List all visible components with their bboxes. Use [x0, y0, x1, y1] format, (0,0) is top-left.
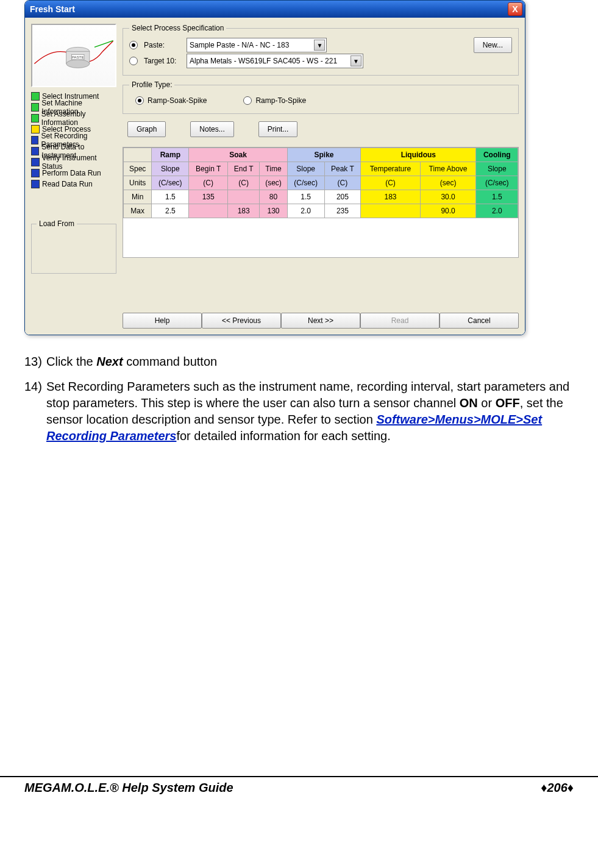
spec-table-container: Ramp Soak Spike Liquidous Cooling Spec S… — [123, 147, 519, 258]
target-radio[interactable] — [129, 57, 138, 65]
target-dropdown-value: Alpha Metals - WS619LF SAC405 - WS - 221 — [190, 57, 337, 65]
step-status-icon — [31, 125, 40, 133]
step-label: Read Data Run — [42, 180, 93, 188]
item-number: 13) — [24, 354, 46, 370]
step-status-icon — [31, 103, 39, 112]
notes-button[interactable]: Notes... — [190, 121, 233, 137]
step-status-icon — [31, 169, 40, 177]
next-button[interactable]: Next >> — [281, 313, 360, 329]
list-item: 14) Set Recording Parameters such as the… — [24, 379, 574, 444]
new-button[interactable]: New... — [474, 37, 512, 53]
wizard-steps-list: Select InstrumentSet Machine Information… — [31, 91, 116, 190]
process-spec-group: Select Process Specification Paste: Samp… — [123, 24, 519, 76]
paste-dropdown[interactable]: Sample Paste - N/A - NC - 183 ▼ — [187, 38, 327, 52]
ramp-to-spike-radio[interactable] — [243, 96, 252, 105]
help-button[interactable]: Help — [123, 313, 202, 329]
list-item: 13) Click the Next command button — [24, 354, 574, 370]
page-number: ♦206♦ — [541, 781, 574, 795]
spec-table: Ramp Soak Spike Liquidous Cooling Spec S… — [123, 148, 518, 218]
paste-radio[interactable] — [129, 41, 138, 49]
step-status-icon — [31, 136, 38, 144]
ramp-soak-spike-label: Ramp-Soak-Spike — [148, 96, 207, 105]
svg-text:PASTE: PASTE — [72, 55, 84, 59]
step-status-icon — [31, 147, 39, 155]
print-button[interactable]: Print... — [258, 121, 298, 137]
step-status-icon — [31, 180, 40, 188]
target-dropdown[interactable]: Alpha Metals - WS619LF SAC405 - WS - 221… — [187, 54, 363, 68]
item-number: 14) — [24, 379, 46, 444]
chevron-down-icon: ▼ — [314, 40, 325, 51]
step-label: Verify Instrument Status — [42, 154, 116, 171]
page-footer: MEGAM.O.L.E.® Help System Guide ♦206♦ — [0, 776, 598, 807]
wizard-step: Read Data Run — [31, 179, 116, 190]
svg-point-2 — [66, 60, 90, 68]
footer-title: MEGAM.O.L.E.® Help System Guide — [24, 781, 233, 795]
paste-label: Paste: — [144, 41, 180, 49]
cancel-button[interactable]: Cancel — [440, 313, 519, 329]
paste-dropdown-value: Sample Paste - N/A - NC - 183 — [190, 41, 289, 49]
target-label: Target 10: — [144, 57, 180, 65]
step-label: Perform Data Run — [42, 169, 101, 177]
wizard-step: Set Assembly Information — [31, 113, 116, 124]
read-button: Read — [360, 313, 440, 329]
graph-button[interactable]: Graph — [127, 121, 166, 137]
load-from-group: Load From — [31, 224, 116, 274]
titlebar: Fresh Start X — [25, 1, 525, 18]
ramp-to-spike-label: Ramp-To-Spike — [255, 96, 306, 105]
load-from-legend: Load From — [37, 219, 77, 228]
document-body: 13) Click the Next command button 14) Se… — [24, 354, 574, 444]
step-label: Set Assembly Information — [41, 110, 116, 127]
window-title: Fresh Start — [30, 4, 508, 14]
profile-type-legend: Profile Type: — [129, 80, 174, 89]
step-status-icon — [31, 92, 40, 101]
profile-type-group: Profile Type: Ramp-Soak-Spike Ramp-To-Sp… — [123, 80, 519, 114]
step-status-icon — [31, 114, 39, 123]
illustration-thumbnail: PASTE — [31, 24, 116, 87]
wizard-step: Verify Instrument Status — [31, 157, 116, 168]
step-status-icon — [31, 158, 40, 166]
fresh-start-window: Fresh Start X PASTE — [24, 0, 525, 335]
chevron-down-icon: ▼ — [351, 55, 361, 66]
previous-button[interactable]: << Previous — [202, 313, 281, 329]
ramp-soak-spike-radio[interactable] — [135, 96, 144, 105]
process-spec-legend: Select Process Specification — [129, 24, 226, 32]
close-icon[interactable]: X — [508, 2, 522, 16]
